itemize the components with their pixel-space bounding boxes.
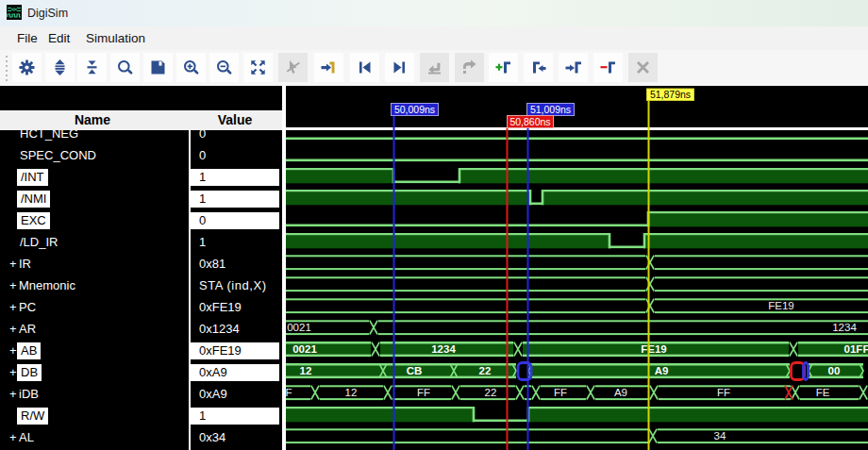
svg-text:FE19: FE19 [641, 343, 667, 355]
svg-text:FF: FF [554, 387, 567, 398]
svg-text:51,879ns: 51,879ns [650, 89, 691, 100]
svg-text:A9: A9 [614, 387, 627, 398]
svg-text:00: 00 [828, 365, 841, 376]
svg-text:FF: FF [417, 387, 430, 398]
svg-text:FF: FF [717, 387, 730, 398]
svg-text:34: 34 [714, 430, 726, 442]
svg-text:1234: 1234 [832, 322, 857, 333]
svg-text:01FF: 01FF [844, 343, 868, 355]
svg-text:F: F [286, 387, 292, 398]
svg-text:51,009ns: 51,009ns [530, 104, 571, 115]
svg-text:22: 22 [485, 387, 497, 398]
svg-text:50,009ns: 50,009ns [394, 104, 435, 115]
svg-text:50,860ns: 50,860ns [509, 116, 550, 127]
svg-text:FE: FE [816, 387, 830, 398]
svg-text:12: 12 [300, 365, 312, 376]
svg-text:0021: 0021 [287, 322, 311, 333]
svg-text:22: 22 [479, 365, 492, 376]
svg-text:FE19: FE19 [768, 300, 794, 311]
svg-text:0021: 0021 [292, 343, 317, 355]
svg-text:CB: CB [407, 365, 423, 376]
svg-text:1234: 1234 [431, 343, 456, 355]
svg-text:A9: A9 [655, 365, 669, 376]
svg-text:12: 12 [345, 387, 358, 398]
